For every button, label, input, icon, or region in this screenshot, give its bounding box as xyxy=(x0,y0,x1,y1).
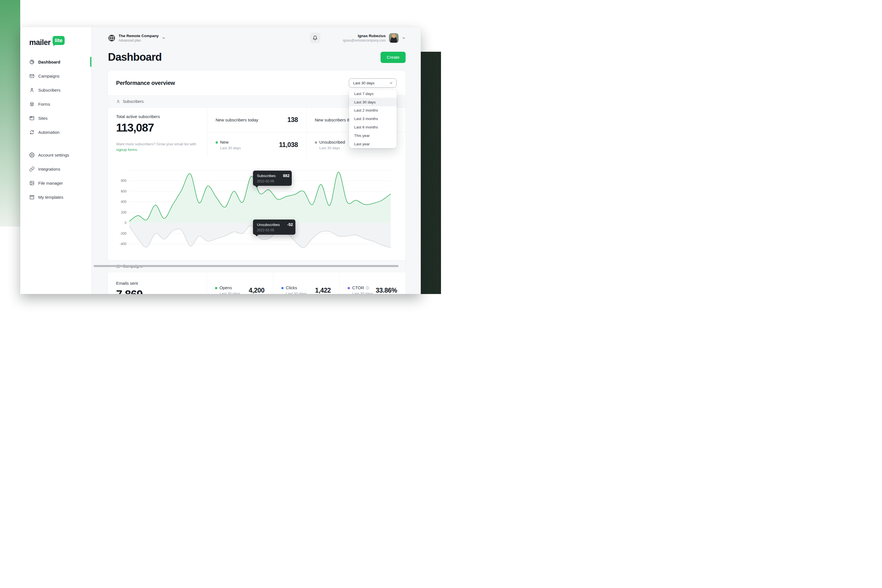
app-window: mailer lite DashboardCampaignsSubscriber… xyxy=(20,27,421,294)
subscribes-tooltip: Subscribes 882 2022-02-05 xyxy=(253,171,292,186)
new-last30-label: New xyxy=(216,140,241,144)
purple-dot xyxy=(348,287,350,289)
date-range-menu: Last 7 daysLast 30 daysLast 2 monthsLast… xyxy=(349,90,397,148)
logo-lite-badge: lite xyxy=(52,36,64,45)
date-range-select[interactable]: Last 30 days xyxy=(349,78,397,88)
clicks-sub: Last 30 days xyxy=(286,291,307,294)
sidebar-nav-primary: DashboardCampaignsSubscribersFormsSitesA… xyxy=(20,55,92,139)
sidebar-item-label: Subscribers xyxy=(38,88,60,93)
date-range-option-this-year[interactable]: This year xyxy=(349,131,397,140)
archive-icon xyxy=(29,195,34,200)
sidebar-item-account-settings[interactable]: Account settings xyxy=(20,148,92,162)
pie-chart-icon xyxy=(29,59,34,64)
green-dot xyxy=(215,287,217,289)
date-range-option-last-3-months[interactable]: Last 3 months xyxy=(349,115,397,123)
page-title: Dashboard xyxy=(108,51,162,63)
topbar: The Remote Company Advanced plan Ignas R… xyxy=(108,27,406,45)
clicks-value: 1,422 xyxy=(315,287,331,294)
create-button[interactable]: Create xyxy=(381,52,406,63)
date-range-option-last-year[interactable]: Last year xyxy=(349,140,397,148)
blue-dot xyxy=(281,287,284,289)
subscribers-section-title: Subscribers xyxy=(123,99,144,104)
envelope-icon xyxy=(29,74,34,79)
new-last30-sub: Last 30 days xyxy=(220,146,241,150)
link-icon xyxy=(29,166,34,172)
company-name: The Remote Company xyxy=(118,34,159,38)
user-icon xyxy=(29,87,34,93)
sidebar-item-campaigns[interactable]: Campaigns xyxy=(20,69,92,83)
panel-title: Performance overview xyxy=(116,80,175,86)
svg-text:-400: -400 xyxy=(120,242,126,246)
sidebar-item-label: Dashboard xyxy=(38,60,60,64)
svg-text:400: 400 xyxy=(121,200,126,204)
new-last30-cell: New Last 30 days 11,038 xyxy=(207,132,306,157)
date-range-option-last-2-months[interactable]: Last 2 months xyxy=(349,106,397,115)
emails-sent-value: 7,869 xyxy=(116,288,198,294)
sidebar-item-label: File manager xyxy=(38,181,63,186)
avatar[interactable] xyxy=(389,33,399,43)
total-subscribers-cell: Total active subscribers 113,087 Want mo… xyxy=(108,108,207,157)
svg-text:200: 200 xyxy=(121,210,126,214)
svg-text:600: 600 xyxy=(121,189,126,194)
total-subscribers-value: 113,087 xyxy=(116,122,199,134)
sidebar-item-automation[interactable]: Automation xyxy=(20,125,92,139)
opens-label: Opens xyxy=(215,285,240,290)
new-subscribers-month-label: New subscribers th xyxy=(315,117,351,122)
ctor-label: CTOR xyxy=(348,285,373,290)
subscribers-chart[interactable]: 8006004002000-200-400 Subscribes 882 202… xyxy=(108,157,406,260)
active-indicator xyxy=(90,57,92,67)
chevron-down-icon xyxy=(162,36,165,40)
sidebar-item-label: Account settings xyxy=(38,153,69,158)
gear-icon xyxy=(29,152,34,158)
info-icon[interactable] xyxy=(366,286,369,290)
sidebar-item-label: Integrations xyxy=(38,166,60,171)
emails-sent-cell: Emails sent 7,869 xyxy=(108,272,207,294)
company-plan: Advanced plan xyxy=(118,39,159,42)
sidebar-item-sites[interactable]: Sites xyxy=(20,111,92,125)
sidebar-item-file-manager[interactable]: File manager xyxy=(20,176,92,190)
emails-sent-label: Emails sent xyxy=(116,281,198,286)
sidebar-item-my-templates[interactable]: My templates xyxy=(20,190,92,204)
sidebar-item-label: Forms xyxy=(38,102,50,106)
refresh-icon xyxy=(29,130,34,135)
sidebar-item-dashboard[interactable]: Dashboard xyxy=(20,55,92,69)
new-subscribers-today-cell: New subscribers today 138 xyxy=(207,108,306,132)
date-range-option-last-7-days[interactable]: Last 7 days xyxy=(349,90,397,98)
unsubscribes-tooltip: Unsubscribes -52 2022-02-05 xyxy=(253,219,296,235)
main-area: The Remote Company Advanced plan Ignas R… xyxy=(92,27,421,294)
gray-dot xyxy=(315,141,317,144)
date-range-option-last-6-months[interactable]: Last 6 months xyxy=(349,123,397,132)
background-texture-left xyxy=(0,0,20,226)
svg-text:-200: -200 xyxy=(120,232,126,236)
user-meta: Ignas Rubezius ignas@remotecompany.com xyxy=(343,34,386,42)
opens-value: 4,200 xyxy=(249,287,264,294)
unsubscribed-label: Unsubscribed xyxy=(315,140,345,144)
campaigns-stats: Emails sent 7,869 Opens Last 30 days 4,2… xyxy=(108,272,406,294)
sidebar-item-subscribers[interactable]: Subscribers xyxy=(20,83,92,97)
notifications-button[interactable] xyxy=(310,33,320,43)
horizontal-scrollbar[interactable] xyxy=(94,265,399,267)
clicks-label: Clicks xyxy=(281,285,307,290)
image-icon xyxy=(29,180,34,186)
logo-text: mailer xyxy=(29,39,51,46)
mailerlite-logo[interactable]: mailer lite xyxy=(20,35,92,46)
new-last30-value: 11,038 xyxy=(279,141,298,148)
new-subscribers-today-label: New subscribers today xyxy=(216,117,258,122)
chevron-down-icon[interactable] xyxy=(402,36,406,40)
browser-icon xyxy=(29,116,34,121)
sidebar-item-label: Campaigns xyxy=(38,74,60,78)
company-switcher[interactable]: The Remote Company Advanced plan xyxy=(108,34,165,42)
sidebar-item-forms[interactable]: Forms xyxy=(20,97,92,111)
date-range-value: Last 30 days xyxy=(353,81,375,85)
grow-list-hint: Want more subscribers? Grow your email l… xyxy=(116,141,199,153)
sidebar-item-integrations[interactable]: Integrations xyxy=(20,162,92,176)
ctor-value: 33.86% xyxy=(376,287,397,294)
user-icon xyxy=(116,99,120,104)
date-range-option-last-30-days[interactable]: Last 30 days xyxy=(349,98,397,106)
sidebar-item-label: Sites xyxy=(38,116,48,121)
signup-forms-link[interactable]: signup forms. xyxy=(116,147,138,152)
green-dot xyxy=(216,141,218,144)
page-header: Dashboard Create xyxy=(108,51,406,63)
layers-icon xyxy=(29,102,34,107)
sidebar-nav-secondary: Account settingsIntegrationsFile manager… xyxy=(20,148,92,204)
